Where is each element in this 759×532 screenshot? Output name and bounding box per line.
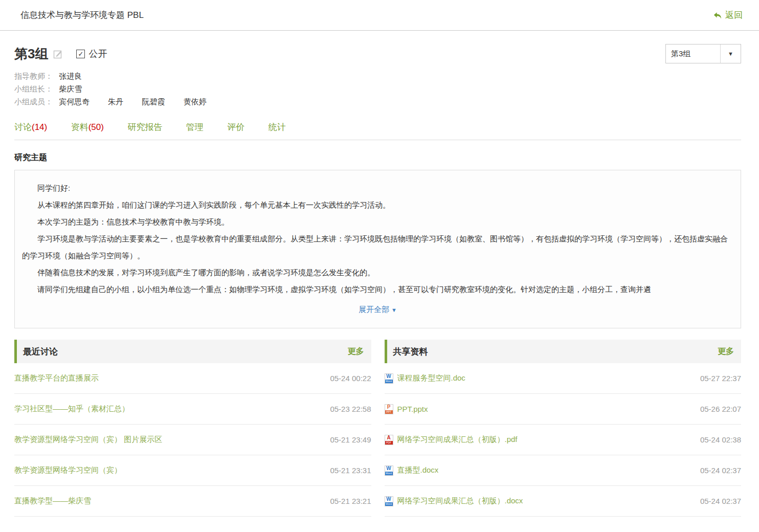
file-date: 05-27 22:37 [700, 374, 741, 383]
tab-report[interactable]: 研究报告 [127, 121, 162, 133]
discussion-date: 05-21 23:49 [330, 435, 371, 444]
discussions-header: 最近讨论 更多 [14, 340, 371, 363]
recent-discussions-panel: 最近讨论 更多 直播教学平台的直播展示 05-24 00:22 学习社区型——知… [14, 340, 371, 517]
discussion-row: 直播教学型——柴庆雪 05-21 23:21 [14, 486, 371, 517]
public-checkbox[interactable]: ✓ [76, 50, 85, 58]
word-file-icon: W Word [385, 373, 393, 384]
file-row: P PPT PPT.pptx 05-26 22:07 [385, 394, 742, 425]
back-button[interactable]: 返回 [713, 9, 743, 21]
discussion-row: 教学资源型网络学习空间（宾） 图片展示区 05-21 23:49 [14, 425, 371, 455]
back-arrow-icon [713, 11, 722, 20]
tab-evaluation[interactable]: 评价 [227, 121, 244, 133]
file-row: W Word 直播型.docx 05-24 02:37 [385, 455, 742, 486]
member-name: 宾何思奇 [59, 95, 90, 108]
word-file-icon: W Word [385, 465, 393, 476]
leader-name: 柴庆雪 [59, 84, 82, 93]
back-label: 返回 [725, 9, 743, 21]
file-link[interactable]: PPT.pptx [397, 405, 428, 413]
instructor-line: 指导教师： 张进良 [14, 70, 741, 82]
group-selector-value: 第3组 [666, 49, 720, 59]
file-link[interactable]: 网络学习空间成果汇总（初版）.docx [397, 496, 523, 506]
member-name: 阮碧霞 [142, 95, 165, 108]
member-name: 朱丹 [108, 95, 123, 108]
pdf-file-icon: A PDF [385, 435, 393, 445]
discussion-row: 教学资源型网络学习空间（宾） 05-21 23:31 [14, 455, 371, 486]
discussion-link[interactable]: 直播教学型——柴庆雪 [14, 496, 91, 506]
tab-statistics[interactable]: 统计 [269, 121, 286, 133]
discussion-date: 05-21 23:31 [330, 466, 371, 475]
leader-line: 小组组长： 柴庆雪 [14, 82, 741, 95]
expand-all-button[interactable]: 展开全部▼ [359, 305, 397, 314]
topic-paragraph: 同学们好: [22, 180, 733, 196]
discussion-date: 05-23 22:58 [330, 405, 371, 413]
file-link[interactable]: 网络学习空间成果汇总（初版）.pdf [397, 435, 518, 445]
ppt-file-icon: P PPT [385, 404, 393, 414]
member-name: 黄依婷 [184, 95, 207, 108]
discussion-date: 05-24 00:22 [330, 374, 371, 383]
files-header: 共享资料 更多 [385, 340, 742, 363]
tab-bar: 讨论(14) 资料(50) 研究报告 管理 评价 统计 [14, 121, 741, 140]
file-row: A PDF 网络学习空间成果汇总（初版）.pdf 05-24 02:38 [385, 425, 742, 455]
public-label: 公开 [88, 48, 107, 60]
topic-heading: 研究主题 [14, 152, 741, 163]
discussion-link[interactable]: 教学资源型网络学习空间（宾） [14, 465, 122, 475]
group-header: 第3组 ✓ 公开 第3组 ▼ [14, 44, 741, 63]
group-info: 指导教师： 张进良 小组组长： 柴庆雪 小组成员： 宾何思奇 朱丹 阮碧霞 黄依… [14, 70, 741, 108]
chevron-down-icon: ▼ [720, 45, 741, 63]
files-more-link[interactable]: 更多 [718, 346, 734, 357]
discussion-date: 05-21 23:21 [330, 497, 371, 505]
topic-paragraph: 本次学习的主题为：信息技术与学校教育中教与学环境。 [22, 213, 733, 230]
public-toggle-group: ✓ 公开 [76, 48, 107, 60]
file-date: 05-26 22:07 [700, 405, 741, 413]
members-label: 小组成员： [14, 97, 53, 106]
chevron-down-icon: ▼ [391, 307, 397, 313]
page-title: 信息技术与教与学环境专题 PBL [20, 9, 144, 21]
group-name: 第3组 [14, 45, 48, 63]
discussion-row: 学习社区型——知乎（素材汇总） 05-23 22:58 [14, 394, 371, 425]
instructor-name: 张进良 [59, 72, 82, 80]
tab-manage[interactable]: 管理 [186, 121, 204, 133]
discussion-row: 直播教学平台的直播展示 05-24 00:22 [14, 363, 371, 394]
instructor-label: 指导教师： [14, 72, 53, 80]
tab-materials[interactable]: 资料(50) [71, 121, 104, 133]
members-line: 小组成员： 宾何思奇 朱丹 阮碧霞 黄依婷 [14, 95, 741, 108]
tab-discussion[interactable]: 讨论(14) [14, 121, 47, 133]
file-row: W Word 课程服务型空间.doc 05-27 22:37 [385, 363, 742, 394]
top-bar: 信息技术与教与学环境专题 PBL 返回 [0, 0, 759, 31]
files-title: 共享资料 [393, 346, 428, 358]
shared-files-panel: 共享资料 更多 W Word 课程服务型空间.doc 05-27 22:37 P [385, 340, 742, 517]
file-date: 05-24 02:38 [700, 435, 741, 444]
topic-content-box: 同学们好: 从本课程的第四章开始，咱们这门课的学习进入到实践阶段，每个单元基本上… [14, 170, 741, 328]
topic-paragraph: 学习环境是教与学活动的主要要素之一，也是学校教育中的重要组成部分。从类型上来讲：… [22, 230, 733, 264]
file-date: 05-24 02:37 [700, 497, 741, 505]
discussions-more-link[interactable]: 更多 [348, 346, 364, 357]
topic-paragraph: 伴随着信息技术的发展，对学习环境到底产生了哪方面的影响，或者说学习环境是怎么发生… [22, 264, 733, 281]
word-file-icon: W Word [385, 496, 393, 506]
topic-paragraph: 从本课程的第四章开始，咱们这门课的学习进入到实践阶段，每个单元基本上有一次实践性… [22, 196, 733, 213]
file-link[interactable]: 课程服务型空间.doc [397, 373, 465, 383]
leader-label: 小组组长： [14, 84, 53, 93]
topic-paragraph: 请同学们先组建自己的小组，以小组为单位选一个重点：如物理学习环境，虚拟学习环境（… [22, 281, 733, 298]
discussion-link[interactable]: 教学资源型网络学习空间（宾） 图片展示区 [14, 435, 162, 445]
file-link[interactable]: 直播型.docx [397, 465, 439, 475]
file-row: W Word 网络学习空间成果汇总（初版）.docx 05-24 02:37 [385, 486, 742, 517]
group-selector[interactable]: 第3组 ▼ [665, 44, 741, 63]
discussion-link[interactable]: 学习社区型——知乎（素材汇总） [14, 404, 129, 414]
edit-icon[interactable] [53, 49, 63, 59]
discussions-title: 最近讨论 [23, 346, 58, 358]
discussion-link[interactable]: 直播教学平台的直播展示 [14, 373, 99, 383]
file-date: 05-24 02:37 [700, 466, 741, 475]
